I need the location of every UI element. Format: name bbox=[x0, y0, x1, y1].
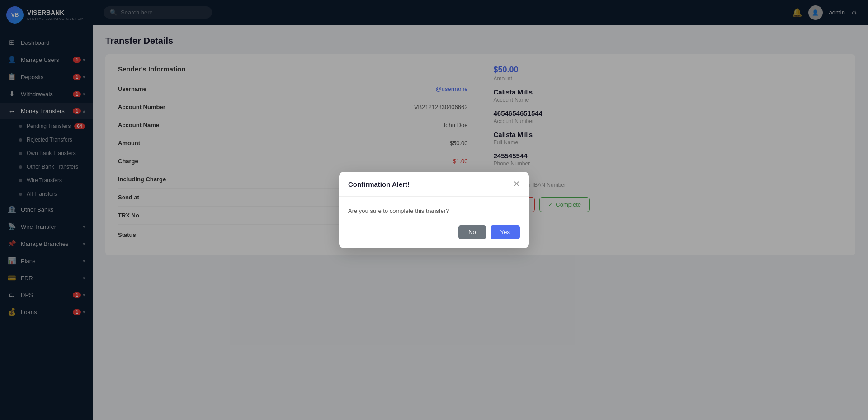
modal-message: Are you sure to complete this transfer? bbox=[348, 208, 520, 214]
modal-box: Confirmation Alert! ✕ Are you sure to co… bbox=[339, 172, 529, 248]
modal-header: Confirmation Alert! ✕ bbox=[339, 172, 529, 197]
modal-body: Are you sure to complete this transfer? … bbox=[339, 197, 529, 248]
modal-no-button[interactable]: No bbox=[458, 225, 486, 239]
modal-yes-button[interactable]: Yes bbox=[491, 225, 520, 239]
modal-overlay[interactable]: Confirmation Alert! ✕ Are you sure to co… bbox=[0, 0, 868, 420]
modal-actions: No Yes bbox=[348, 225, 520, 239]
modal-title: Confirmation Alert! bbox=[348, 180, 410, 188]
modal-close-button[interactable]: ✕ bbox=[513, 179, 520, 189]
